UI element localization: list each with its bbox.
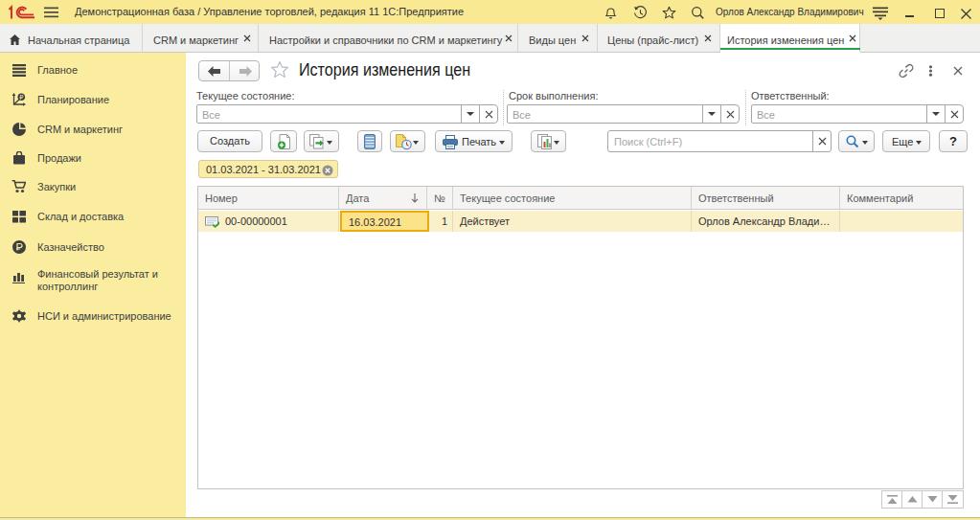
svg-text:₽: ₽ bbox=[19, 94, 23, 101]
